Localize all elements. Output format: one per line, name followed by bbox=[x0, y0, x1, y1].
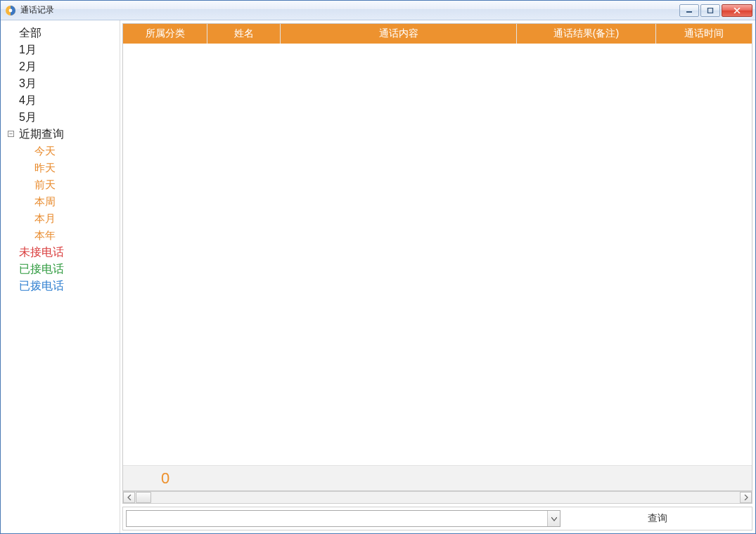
app-window: 通话记录 全部1月2月3月4月5月−近期查询今天昨天前天本周本月本年未接电话已接… bbox=[0, 0, 756, 534]
tree-item-label: 本周 bbox=[34, 195, 56, 209]
search-input[interactable] bbox=[127, 511, 547, 526]
collapse-icon[interactable]: − bbox=[8, 131, 14, 137]
tree-item[interactable]: 本年 bbox=[4, 227, 118, 244]
scroll-right-arrow-icon[interactable] bbox=[740, 492, 752, 503]
column-header[interactable]: 所属分类 bbox=[123, 24, 207, 44]
scroll-track[interactable] bbox=[136, 492, 739, 503]
svg-rect-3 bbox=[708, 8, 713, 13]
maximize-button[interactable] bbox=[700, 4, 720, 17]
tree-item[interactable]: 2月 bbox=[4, 58, 118, 75]
tree-item-label: 全部 bbox=[19, 26, 41, 41]
tree-item[interactable]: 本月 bbox=[4, 210, 118, 227]
tree-item-label: 已拨电话 bbox=[19, 279, 64, 294]
scroll-thumb[interactable] bbox=[136, 492, 151, 503]
table-header-row: 所属分类姓名通话内容通话结果(备注)通话时间 bbox=[123, 24, 752, 44]
main-panel: 所属分类姓名通话内容通话结果(备注)通话时间 0 bbox=[120, 20, 755, 533]
table-footer: 0 bbox=[123, 465, 752, 490]
window-title: 通话记录 bbox=[20, 4, 54, 16]
sidebar-tree[interactable]: 全部1月2月3月4月5月−近期查询今天昨天前天本周本月本年未接电话已接电话已拨电… bbox=[1, 20, 120, 533]
tree-item[interactable]: 已接电话 bbox=[4, 261, 118, 278]
tree-item[interactable]: 已拨电话 bbox=[4, 278, 118, 294]
footer-count: 0 bbox=[123, 469, 207, 488]
tree-item[interactable]: 3月 bbox=[4, 75, 118, 92]
tree-item-label: 本年 bbox=[34, 229, 56, 242]
search-bar: 查询 bbox=[122, 507, 752, 530]
column-header[interactable]: 通话结果(备注) bbox=[517, 24, 656, 44]
tree-item-label: 已接电话 bbox=[19, 262, 64, 277]
scroll-left-arrow-icon[interactable] bbox=[123, 492, 135, 503]
tree-item[interactable]: 4月 bbox=[4, 92, 118, 109]
tree-item-label: 前天 bbox=[34, 178, 56, 192]
app-icon bbox=[5, 5, 16, 16]
window-controls bbox=[679, 4, 752, 17]
tree-item[interactable]: 全部 bbox=[4, 25, 118, 41]
tree-item-label: 1月 bbox=[19, 43, 37, 58]
tree-item-label: 3月 bbox=[19, 77, 37, 91]
tree-item[interactable]: 前天 bbox=[4, 176, 118, 193]
tree-item[interactable]: 未接电话 bbox=[4, 244, 118, 261]
tree-item[interactable]: 5月 bbox=[4, 109, 118, 126]
svg-rect-2 bbox=[686, 11, 692, 13]
tree-item-label: 本月 bbox=[34, 212, 56, 226]
tree-item[interactable]: 本周 bbox=[4, 193, 118, 210]
tree-item[interactable]: 近期查询 bbox=[4, 126, 118, 143]
client-area: 全部1月2月3月4月5月−近期查询今天昨天前天本周本月本年未接电话已接电话已拨电… bbox=[1, 20, 755, 533]
tree-item-label: 2月 bbox=[19, 60, 37, 74]
table-body[interactable] bbox=[123, 44, 752, 465]
tree-item-label: 昨天 bbox=[34, 162, 56, 175]
tree-item-label: 未接电话 bbox=[19, 245, 64, 260]
column-header[interactable]: 通话时间 bbox=[656, 24, 752, 44]
tree-item-label: 5月 bbox=[19, 110, 37, 125]
horizontal-scrollbar[interactable] bbox=[122, 491, 752, 504]
title-bar[interactable]: 通话记录 bbox=[1, 1, 755, 20]
search-combobox[interactable] bbox=[126, 510, 560, 527]
tree-item[interactable]: 1月 bbox=[4, 41, 118, 58]
tree-item[interactable]: 今天 bbox=[4, 143, 118, 159]
minimize-button[interactable] bbox=[679, 4, 699, 17]
tree-item-label: 近期查询 bbox=[19, 127, 64, 142]
search-button[interactable]: 查询 bbox=[566, 510, 749, 527]
close-button[interactable] bbox=[722, 4, 752, 17]
tree-item-label: 4月 bbox=[19, 93, 37, 108]
chevron-down-icon bbox=[551, 514, 557, 523]
column-header[interactable]: 通话内容 bbox=[281, 24, 517, 44]
svg-point-1 bbox=[9, 8, 13, 12]
call-log-table: 所属分类姓名通话内容通话结果(备注)通话时间 0 bbox=[122, 23, 752, 491]
tree-item-label: 今天 bbox=[34, 145, 56, 158]
column-header[interactable]: 姓名 bbox=[207, 24, 281, 44]
dropdown-button[interactable] bbox=[547, 511, 560, 526]
tree-item[interactable]: 昨天 bbox=[4, 159, 118, 176]
